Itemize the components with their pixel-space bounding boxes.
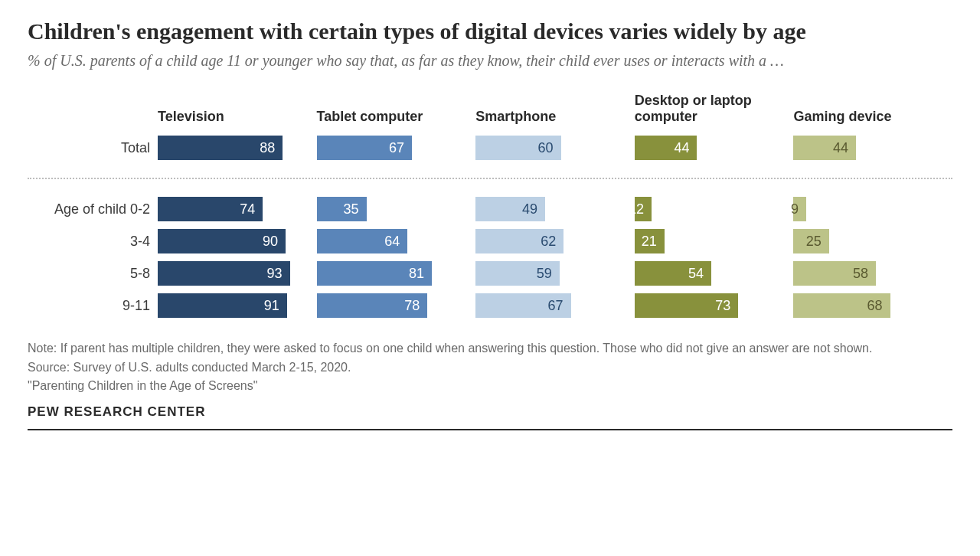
bar: 59 (475, 261, 560, 286)
col-header-television: Television (158, 109, 300, 125)
brand-label: PEW RESEARCH CENTER (28, 404, 952, 420)
rows-group-total: Total8867604444 (28, 132, 952, 164)
bar-cell: 64 (317, 229, 476, 253)
col-header-gaming: Gaming device (793, 109, 936, 125)
bar-wrap: 81 (317, 261, 459, 286)
bar-wrap: 73 (635, 293, 777, 318)
bar-cell: 68 (793, 293, 952, 318)
data-row: 5-89381595458 (28, 257, 952, 289)
bar-wrap: 67 (475, 293, 618, 318)
bar-wrap: 21 (635, 229, 777, 253)
col-header-smartphone: Smartphone (475, 109, 618, 125)
bar-wrap: 59 (475, 261, 618, 286)
bar: 90 (158, 229, 286, 253)
bar-cell: 25 (793, 229, 952, 253)
bar-cell: 59 (475, 261, 635, 286)
bar: 9 (793, 197, 806, 221)
bar-cell: 67 (317, 136, 476, 160)
data-row: 3-49064622125 (28, 225, 952, 257)
bar-cell: 60 (475, 136, 635, 160)
bar-cell: 44 (793, 136, 952, 160)
rows-group-age: Age of child 0-27435491293-490646221255-… (28, 193, 952, 322)
bar-cell: 73 (635, 293, 794, 318)
bar: 64 (317, 229, 408, 253)
bar-wrap: 64 (317, 229, 459, 253)
bar: 78 (317, 293, 428, 318)
bar-cell: 81 (317, 261, 476, 286)
bar-wrap: 62 (475, 229, 618, 253)
bar-wrap: 54 (635, 261, 777, 286)
bar-cell: 74 (158, 197, 317, 221)
bar-wrap: 49 (475, 197, 618, 221)
bar-cell: 91 (158, 293, 317, 318)
bar-cell: 54 (635, 261, 794, 286)
bar-wrap: 44 (635, 136, 777, 160)
bar: 21 (635, 229, 665, 253)
bar-cell: 93 (158, 261, 317, 286)
row-label: 9-11 (28, 298, 158, 314)
col-header-tablet: Tablet computer (317, 109, 459, 125)
bar-wrap: 91 (158, 293, 300, 318)
bar: 44 (793, 136, 856, 160)
row-label: 5-8 (28, 266, 158, 282)
bar: 67 (475, 293, 570, 318)
bar-cell: 9 (793, 197, 952, 221)
bar-wrap: 93 (158, 261, 300, 286)
data-row: Age of child 0-2743549129 (28, 193, 952, 225)
bar-wrap: 60 (475, 136, 618, 160)
bar: 88 (158, 136, 283, 160)
bar-cell: 88 (158, 136, 317, 160)
bar: 62 (475, 229, 564, 253)
bar-cell: 90 (158, 229, 317, 253)
bar-wrap: 44 (793, 136, 936, 160)
row-label: 3-4 (28, 234, 158, 250)
data-row: 9-119178677368 (28, 289, 952, 322)
bar-cell: 21 (635, 229, 794, 253)
bar: 49 (475, 197, 545, 221)
bar-cell: 44 (635, 136, 794, 160)
note-line: Note: If parent has multiple children, t… (28, 340, 952, 357)
bar: 60 (475, 136, 560, 160)
chart-subtitle: % of U.S. parents of a child age 11 or y… (28, 51, 952, 71)
bar-wrap: 67 (317, 136, 459, 160)
bar-cell: 49 (475, 197, 635, 221)
bar-cell: 67 (475, 293, 635, 318)
bar: 54 (635, 261, 711, 286)
bar-wrap: 90 (158, 229, 300, 253)
bar-wrap: 58 (793, 261, 936, 286)
bar: 25 (793, 229, 828, 253)
bar: 35 (317, 197, 367, 221)
bar-wrap: 25 (793, 229, 936, 253)
row-label: Total (28, 140, 158, 156)
col-header-desktop-laptop: Desktop or laptop computer (635, 93, 777, 124)
bar-wrap: 35 (317, 197, 459, 221)
bar: 44 (635, 136, 697, 160)
bar: 74 (158, 197, 263, 221)
row-label: Age of child 0-2 (28, 201, 158, 217)
bar-wrap: 78 (317, 293, 459, 318)
chart-notes: Note: If parent has multiple children, t… (28, 340, 952, 394)
bar-cell: 12 (635, 197, 794, 221)
bar: 67 (317, 136, 412, 160)
bar: 73 (635, 293, 738, 318)
bar-cell: 58 (793, 261, 952, 286)
bar: 91 (158, 293, 287, 318)
source-line: Source: Survey of U.S. adults conducted … (28, 359, 952, 376)
chart-title: Children's engagement with certain types… (28, 18, 952, 44)
group-divider (28, 178, 952, 179)
footer-rule (28, 429, 952, 430)
chart-area: Television Tablet computer Smartphone De… (28, 93, 952, 322)
bar: 81 (317, 261, 432, 286)
bar-cell: 35 (317, 197, 476, 221)
bar-cell: 78 (317, 293, 476, 318)
bar-wrap: 12 (635, 197, 777, 221)
bar: 68 (793, 293, 890, 318)
bar-wrap: 88 (158, 136, 300, 160)
data-row: Total8867604444 (28, 132, 952, 164)
bar-wrap: 9 (793, 197, 936, 221)
bar: 93 (158, 261, 290, 286)
bar: 58 (793, 261, 876, 286)
bar-wrap: 68 (793, 293, 936, 318)
bar-wrap: 74 (158, 197, 300, 221)
report-line: "Parenting Children in the Age of Screen… (28, 378, 952, 394)
